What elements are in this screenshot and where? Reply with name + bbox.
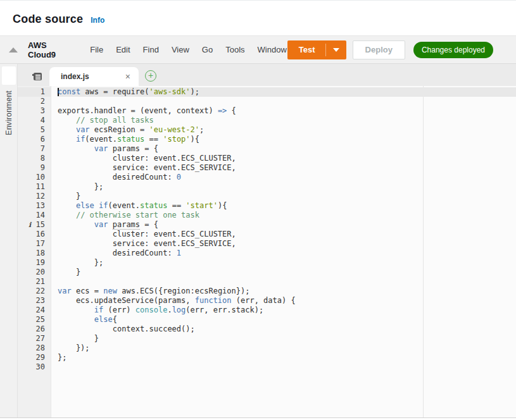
line-number[interactable]: i15 xyxy=(18,220,51,230)
editor-column: index.js × + 1234567891011121314i1516171… xyxy=(18,64,516,417)
environment-panel-button[interactable] xyxy=(2,66,16,85)
code-line[interactable]: }; xyxy=(58,353,516,362)
line-number[interactable]: 13 xyxy=(18,201,51,211)
line-number[interactable]: 2 xyxy=(18,97,51,106)
code-line[interactable]: // otherwise start one task xyxy=(58,211,516,220)
line-number[interactable]: 23 xyxy=(18,296,51,306)
code-line[interactable]: else{ xyxy=(58,315,516,324)
panel-header: Code source Info xyxy=(0,1,516,35)
line-number[interactable]: 10 xyxy=(18,173,51,182)
code-line[interactable]: }; xyxy=(58,258,516,268)
page-title: Code source xyxy=(13,13,83,26)
ide-body: Environment index.js × + xyxy=(0,64,516,418)
code-line[interactable] xyxy=(58,362,516,372)
info-annotation-icon[interactable]: i xyxy=(28,221,31,229)
collapse-panel-icon[interactable] xyxy=(9,47,18,52)
changes-deployed-badge: Changes deployed xyxy=(413,42,493,58)
code-line[interactable]: desiredCount: 0 xyxy=(58,173,516,182)
line-number-gutter: 1234567891011121314i15161718192021222324… xyxy=(18,86,51,417)
line-number[interactable]: 1 xyxy=(18,87,51,97)
test-dropdown-caret-icon[interactable] xyxy=(326,40,346,59)
line-number[interactable]: 6 xyxy=(18,135,51,144)
code-line[interactable]: var ecsRegion = 'eu-west-2'; xyxy=(58,125,516,135)
line-number[interactable]: 17 xyxy=(18,239,51,249)
line-number[interactable]: 14 xyxy=(18,211,51,220)
line-number[interactable]: 30 xyxy=(18,362,51,372)
line-number[interactable]: 3 xyxy=(18,106,51,116)
aws-cloud9-menu[interactable]: AWS Cloud9 xyxy=(28,40,75,59)
line-number[interactable]: 27 xyxy=(18,334,51,343)
code-line[interactable]: const aws = require('aws-sdk'); xyxy=(58,87,516,97)
code-line[interactable]: cluster: event.ECS_CLUSTER, xyxy=(58,230,516,239)
menu-item-tools[interactable]: Tools xyxy=(225,42,245,57)
code-line[interactable]: } xyxy=(58,268,516,277)
line-number[interactable]: 29 xyxy=(18,353,51,362)
line-number[interactable]: 21 xyxy=(18,277,51,287)
line-number[interactable]: 8 xyxy=(18,154,51,163)
menu-item-view[interactable]: View xyxy=(171,42,190,57)
tab-index-js-label: index.js xyxy=(61,72,89,81)
line-number[interactable]: 18 xyxy=(18,249,51,258)
code-line[interactable]: var params = { xyxy=(58,220,516,230)
code-line[interactable]: desiredCount: 1 xyxy=(58,249,516,258)
menu-item-window[interactable]: Window xyxy=(257,42,287,57)
action-buttons: Test Deploy Changes deployed xyxy=(287,40,493,59)
line-number[interactable]: 4 xyxy=(18,116,51,125)
code-line[interactable]: var ecs = new aws.ECS({region:ecsRegion}… xyxy=(58,287,516,296)
line-number[interactable]: 7 xyxy=(18,144,51,154)
open-files-list-icon[interactable] xyxy=(32,72,42,81)
code-line[interactable]: } xyxy=(58,192,516,201)
environment-sidebar: Environment xyxy=(0,64,18,417)
code-source-panel: Code source Info AWS Cloud9 FileEditFind… xyxy=(0,0,516,420)
close-tab-icon[interactable]: × xyxy=(124,71,132,82)
code-line[interactable]: else if(event.status == 'start'){ xyxy=(58,201,516,211)
line-number[interactable]: 9 xyxy=(18,163,51,173)
deploy-button[interactable]: Deploy xyxy=(353,40,405,59)
new-tab-button[interactable]: + xyxy=(145,70,156,82)
line-number[interactable]: 16 xyxy=(18,230,51,239)
code-line[interactable]: context.succeed(); xyxy=(58,324,516,334)
code-line[interactable]: }); xyxy=(58,343,516,353)
code-line[interactable] xyxy=(58,277,516,287)
info-link[interactable]: Info xyxy=(91,16,104,25)
code-line[interactable]: cluster: event.ECS_CLUSTER, xyxy=(58,154,516,163)
line-number[interactable]: 20 xyxy=(18,268,51,277)
code-editor[interactable]: 1234567891011121314i15161718192021222324… xyxy=(18,86,516,417)
line-number[interactable]: 25 xyxy=(18,315,51,324)
test-button[interactable]: Test xyxy=(287,40,346,59)
code-line[interactable]: exports.handler = (event, context) => { xyxy=(58,106,516,116)
menu-item-find[interactable]: Find xyxy=(142,42,160,57)
line-number[interactable]: 11 xyxy=(18,182,51,192)
test-button-label[interactable]: Test xyxy=(287,40,325,59)
tab-bar: index.js × + xyxy=(18,64,516,86)
cloud9-menubar: AWS Cloud9 FileEditFindViewGoToolsWindow… xyxy=(0,35,516,64)
menu-item-go[interactable]: Go xyxy=(201,42,213,57)
menu-list: FileEditFindViewGoToolsWindow xyxy=(89,42,287,57)
code-line[interactable]: if (err) console.log(err, err.stack); xyxy=(58,306,516,315)
line-number[interactable]: 5 xyxy=(18,125,51,135)
line-number[interactable]: 28 xyxy=(18,343,51,353)
line-number[interactable]: 12 xyxy=(18,192,51,201)
code-line[interactable]: service: event.ECS_SERVICE, xyxy=(58,163,516,173)
code-line[interactable]: } xyxy=(58,334,516,343)
code-line[interactable]: var params = { xyxy=(58,144,516,154)
code-line[interactable]: ecs.updateService(params, function (err,… xyxy=(58,296,516,306)
code-line[interactable] xyxy=(58,97,516,106)
menu-item-edit[interactable]: Edit xyxy=(115,42,130,57)
code-line[interactable]: if(event.status == 'stop'){ xyxy=(58,135,516,144)
line-number[interactable]: 22 xyxy=(18,287,51,296)
tab-index-js[interactable]: index.js × xyxy=(49,67,139,86)
menu-item-file[interactable]: File xyxy=(89,42,104,57)
code-content[interactable]: const aws = require('aws-sdk');exports.h… xyxy=(51,86,516,417)
code-line[interactable]: // stop all tasks xyxy=(58,116,516,125)
environment-tab-label[interactable]: Environment xyxy=(4,90,13,135)
line-number[interactable]: 26 xyxy=(18,324,51,334)
code-line[interactable]: service: event.ECS_SERVICE, xyxy=(58,239,516,249)
code-line[interactable]: }; xyxy=(58,182,516,192)
line-number[interactable]: 19 xyxy=(18,258,51,268)
line-number[interactable]: 24 xyxy=(18,306,51,315)
